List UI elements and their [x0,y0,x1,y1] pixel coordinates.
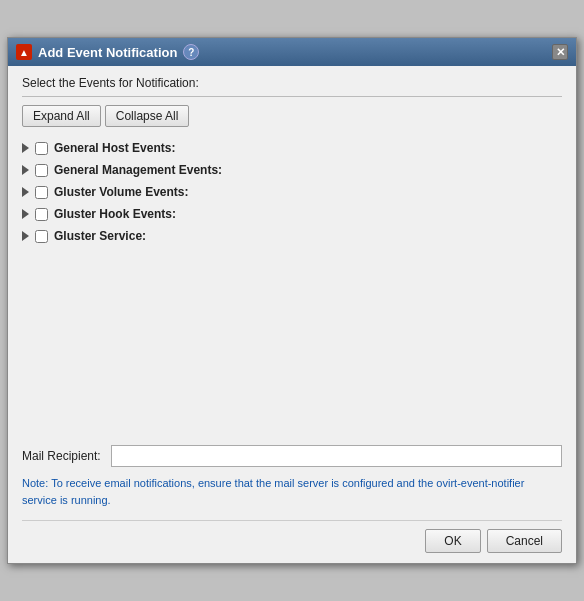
expand-icon-general-host[interactable] [22,143,29,153]
expand-all-button[interactable]: Expand All [22,105,101,127]
list-item: Gluster Hook Events: [22,203,562,225]
event-label-gluster-service: Gluster Service: [54,229,146,243]
event-label-general-management: General Management Events: [54,163,222,177]
checkbox-gluster-hook[interactable] [35,208,48,221]
expand-collapse-buttons: Expand All Collapse All [22,105,562,127]
collapse-all-button[interactable]: Collapse All [105,105,190,127]
dialog-body: Select the Events for Notification: Expa… [8,66,576,435]
checkbox-gluster-service[interactable] [35,230,48,243]
mail-recipient-row: Mail Recipient: [22,445,562,467]
title-bar-left: ▲ Add Event Notification ? [16,44,199,60]
expand-icon-gluster-volume[interactable] [22,187,29,197]
add-event-notification-dialog: ▲ Add Event Notification ? ✕ Select the … [7,37,577,564]
event-list: General Host Events: General Management … [22,137,562,417]
expand-icon-gluster-service[interactable] [22,231,29,241]
select-events-label: Select the Events for Notification: [22,76,562,97]
cancel-button[interactable]: Cancel [487,529,562,553]
list-item: General Host Events: [22,137,562,159]
mail-recipient-input[interactable] [111,445,562,467]
note-text: Note: To receive email notifications, en… [22,475,562,508]
close-button[interactable]: ✕ [552,44,568,60]
dialog-icon: ▲ [16,44,32,60]
expand-icon-gluster-hook[interactable] [22,209,29,219]
checkbox-general-host[interactable] [35,142,48,155]
list-item: General Management Events: [22,159,562,181]
list-item: Gluster Service: [22,225,562,247]
expand-icon-general-management[interactable] [22,165,29,175]
title-bar: ▲ Add Event Notification ? ✕ [8,38,576,66]
dialog-title: Add Event Notification [38,45,177,60]
list-item: Gluster Volume Events: [22,181,562,203]
mail-recipient-label: Mail Recipient: [22,449,101,463]
event-label-gluster-hook: Gluster Hook Events: [54,207,176,221]
dialog-footer: Mail Recipient: Note: To receive email n… [8,435,576,563]
checkbox-general-management[interactable] [35,164,48,177]
help-icon[interactable]: ? [183,44,199,60]
checkbox-gluster-volume[interactable] [35,186,48,199]
ok-button[interactable]: OK [425,529,480,553]
event-label-general-host: General Host Events: [54,141,175,155]
event-label-gluster-volume: Gluster Volume Events: [54,185,188,199]
action-buttons-row: OK Cancel [22,520,562,553]
